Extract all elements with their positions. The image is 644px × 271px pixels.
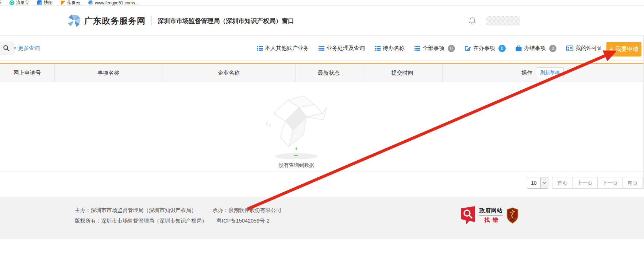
nav-item-label: 全部事项 (423, 45, 444, 52)
idcard-icon (566, 46, 573, 51)
table-header-row: 网上申请号 事项名称 企业名称 最新状态 提交时间 操作 刷新草稿 (0, 63, 644, 82)
brand-name[interactable]: 广东政务服务网 (84, 15, 146, 27)
nav-item-label: 待办名称 (383, 45, 405, 52)
chevron-double-down-icon: » (13, 47, 18, 50)
column-header-actions: 操作 刷新草稿 (443, 64, 644, 82)
error-report-line1: 政府网站 (479, 207, 503, 214)
nav-item-completed[interactable]: 办结事项 0 (516, 45, 556, 52)
notification-bell-icon[interactable] (469, 17, 476, 25)
orange-flag-icon (61, 0, 65, 5)
search-icon (3, 45, 9, 51)
empty-open-box-illustration (263, 86, 330, 159)
more-query-link[interactable]: » 更多查询 (14, 36, 40, 61)
empty-state: 没有查询到数据 (255, 86, 338, 169)
header-right (469, 6, 520, 36)
page-size-select[interactable]: 10 (527, 177, 548, 189)
bookmarks-bar: 长 流量宝 快图 蓝奏云 www.fengye51.coms... (0, 0, 644, 5)
first-page-button[interactable]: 首页 (552, 177, 572, 189)
list-icon (319, 46, 324, 51)
count-badge: 0 (549, 45, 556, 52)
nav-item-label: 在办事项 (473, 45, 495, 52)
page-size-value: 10 (527, 177, 540, 188)
site-header: 广东政务服务网 深圳市市场监督管理局（深圳市知识产权局）窗口 (0, 6, 644, 36)
bookmark-label: www.fengye51.coms... (95, 0, 139, 5)
count-badge: 0 (498, 45, 506, 52)
nav-item-todo-name[interactable]: 待办名称 (375, 45, 405, 52)
pinwheel-logo-icon (68, 14, 81, 27)
error-report-line2: 找错 (481, 217, 501, 224)
nav-item-other-account[interactable]: 本人其他账户业务 (257, 45, 309, 52)
footer-icp: 粤ICP备15042059号-2 (217, 218, 270, 224)
nav-item-all-matters[interactable]: 全部事项 0 (414, 45, 455, 52)
apply-button[interactable]: + 我要申请 (606, 42, 641, 56)
bookmarks-row: 长 流量宝 快图 蓝奏云 www.fengye51.coms... (0, 0, 139, 5)
column-header-latest-status: 最新状态 (296, 64, 362, 82)
more-query-label: 更多查询 (18, 45, 40, 52)
nav-item-my-license[interactable]: 我的许可证 (566, 45, 603, 52)
list-icon (375, 46, 381, 51)
bookmark-fengye51[interactable]: www.fengye51.coms... (88, 0, 139, 5)
footer-line-1: 主办：深圳市市场监督管理局（深圳市知识产权局） 承办：浪潮软件股份有限公司 (75, 207, 281, 214)
error-report-text[interactable]: 政府网站 找错 (479, 207, 503, 224)
bookmark-label: 流量宝 (16, 0, 29, 6)
footer-line-2: 版权所有：深圳市市场监督管理局（深圳市知识产权局） 粤ICP备15042059号… (75, 217, 270, 224)
column-header-application-no: 网上申请号 (0, 64, 55, 82)
briefcase-icon (516, 46, 522, 51)
apply-button-label: 我要申请 (615, 46, 639, 53)
last-page-button[interactable]: 尾页 (622, 177, 643, 189)
bookmark-liuliangbao[interactable]: 流量宝 (9, 0, 29, 6)
bookmark-kuaitu[interactable]: 快图 (37, 0, 53, 6)
user-account-blurred[interactable] (486, 16, 520, 25)
header-divider (151, 16, 152, 25)
nav-item-label: 本人其他账户业务 (265, 45, 309, 52)
bookmark-label: 快图 (44, 0, 53, 6)
footer-copyright: 版权所有：深圳市市场监督管理局（深圳市知识产权局） (75, 218, 207, 224)
plus-icon: + (609, 46, 613, 52)
column-header-submit-time: 提交时间 (362, 64, 443, 82)
footer-organizer: 承办：浪潮软件股份有限公司 (213, 207, 282, 213)
nav-item-label: 业务处理及查询 (327, 45, 365, 52)
government-shield-emblem-icon[interactable] (506, 207, 518, 224)
teal-dot-icon (9, 0, 14, 5)
pagination: 10 首页 上一页 下一页 尾页 (527, 177, 643, 189)
divider (479, 215, 503, 216)
chevron-down-icon (540, 177, 548, 188)
column-header-matter-name: 事项名称 (55, 64, 162, 82)
applications-table: 网上申请号 事项名称 企业名称 最新状态 提交时间 操作 刷新草稿 (0, 63, 644, 172)
content-right-edge (643, 36, 644, 189)
table-body-empty: 没有查询到数据 (0, 82, 644, 172)
prev-page-button[interactable]: 上一页 (572, 177, 598, 189)
bookmark-label: 蓝奏云 (67, 0, 80, 6)
footer: 主办：深圳市市场监督管理局（深圳市知识产权局） 承办：浪潮软件股份有限公司 版权… (0, 197, 644, 239)
list-icon (414, 46, 420, 51)
list-icon (257, 46, 263, 51)
header-divider (481, 17, 481, 25)
footer-badges: 政府网站 找错 (460, 206, 518, 224)
footer-host: 主办：深圳市市场监督管理局（深圳市知识产权局） (75, 207, 197, 213)
red-flag-magnifier-icon[interactable] (460, 206, 476, 224)
actions-label: 操作 (521, 70, 532, 76)
refresh-draft-button[interactable]: 刷新草稿 (536, 67, 564, 78)
edit-icon (465, 46, 471, 51)
browser-window: 长 流量宝 快图 蓝奏云 www.fengye51.coms... (0, 0, 644, 271)
empty-text: 没有查询到数据 (255, 162, 338, 169)
nav-item-business-query[interactable]: 业务处理及查询 (319, 45, 365, 52)
pagination-buttons: 首页 上一页 下一页 尾页 (552, 177, 643, 189)
toolbar: » 更多查询 本人其他账户业务 业务处理及查询 (0, 36, 644, 61)
nav-item-in-progress[interactable]: 在办事项 0 (465, 45, 506, 52)
bookmark-lanzouyun[interactable]: 蓝奏云 (61, 0, 80, 6)
next-page-button[interactable]: 下一页 (597, 177, 623, 189)
column-header-company-name: 企业名称 (162, 64, 296, 82)
bookmark-partial[interactable]: 长 (0, 0, 1, 6)
blue-photo-icon (37, 0, 42, 5)
brand-wrap: 广东政务服务网 深圳市市场监督管理局（深圳市知识产权局）窗口 (68, 6, 294, 36)
page-title: 深圳市市场监督管理局（深圳市知识产权局）窗口 (158, 17, 294, 25)
nav-item-label: 我的许可证 (575, 45, 603, 52)
nav-items: 本人其他账户业务 业务处理及查询 待办名称 (257, 36, 603, 61)
count-badge: 0 (448, 45, 455, 52)
blue-globe-icon (88, 0, 93, 5)
nav-item-label: 办结事项 (524, 45, 546, 52)
